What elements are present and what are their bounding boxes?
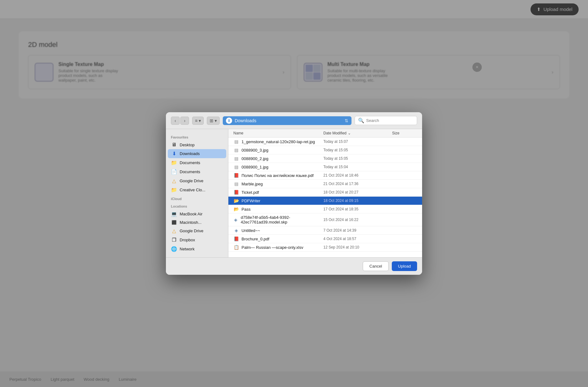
file-name-cell: 📋 Palm— Russian —scape-only.xlsv	[233, 245, 323, 250]
file-date: 21 Oct 2024 at 17:36	[323, 182, 392, 186]
file-date: Today at 15:05	[323, 148, 392, 152]
file-name: PDFWriter	[242, 199, 260, 203]
file-name: 0088900_2.jpg	[242, 156, 268, 161]
file-name: Ticket.pdf	[242, 190, 259, 195]
macintosh-icon: ⬛	[171, 220, 177, 225]
sidebar: Favourites 🖥 Desktop ⬇ Downloads 📁 Docum…	[166, 129, 228, 257]
documents2-icon: 📄	[171, 169, 177, 175]
file-type-icon: 📂	[233, 198, 239, 203]
file-name-cell: ▤ 1_gemstone_natural-120x280-lap-ret.jpg	[233, 139, 323, 144]
file-row[interactable]: ◈ d758e74f-a5b5-4ab4-9392-42ec7761ad39.m…	[228, 214, 422, 226]
sidebar-item-network[interactable]: 🌐 Network	[166, 244, 228, 254]
grid-view-button[interactable]: ⊞ ▾	[207, 117, 220, 125]
sidebar-label-macintosh: Macintosh...	[180, 220, 202, 225]
file-date: 12 Sep 2024 at 20:10	[323, 245, 392, 249]
sidebar-item-google-drive-loc[interactable]: △ Google Drive	[166, 226, 228, 235]
file-row[interactable]: 📕 Brochure_0.pdf 4 Oct 2024 at 18:57	[228, 235, 422, 243]
dialog-body: Favourites 🖥 Desktop ⬇ Downloads 📁 Docum…	[166, 129, 422, 257]
list-icon: ≡	[195, 118, 197, 123]
file-row[interactable]: 📋 Palm— Russian —scape-only.xlsv 12 Sep …	[228, 243, 422, 252]
downloads-icon: ⬇	[171, 151, 177, 157]
sidebar-item-creative-cloud[interactable]: 📁 Creative Clo...	[166, 185, 228, 194]
dropbox-icon: ❐	[171, 237, 177, 243]
file-name: Untitled~~	[242, 228, 260, 233]
sidebar-label-dropbox: Dropbox	[180, 238, 195, 242]
file-name: Pass	[242, 207, 251, 212]
file-row[interactable]: ▤ 0088900_3.jpg Today at 15:05	[228, 146, 422, 154]
sidebar-label-network: Network	[180, 247, 195, 251]
sidebar-label-google-drive-fav: Google Drive	[180, 178, 203, 183]
sidebar-label-google-drive-loc: Google Drive	[180, 229, 203, 233]
file-row[interactable]: ◈ Untitled~~ 7 Oct 2024 at 14:39	[228, 226, 422, 235]
file-row[interactable]: ▤ Marble.jpeg 21 Oct 2024 at 17:36	[228, 180, 422, 188]
file-row[interactable]: ▤ 1_gemstone_natural-120x280-lap-ret.jpg…	[228, 138, 422, 146]
sidebar-item-downloads[interactable]: ⬇ Downloads	[168, 149, 226, 158]
location-selector[interactable]: ⬇ Downloads ⇅	[223, 116, 351, 125]
sidebar-item-google-drive-fav[interactable]: △ Google Drive	[166, 176, 228, 185]
creative-cloud-icon: 📁	[171, 187, 177, 193]
file-type-icon: 📋	[233, 245, 239, 250]
file-name: 0088900_1.jpg	[242, 165, 268, 169]
forward-icon: ›	[184, 118, 186, 123]
sidebar-item-documents1[interactable]: 📁 Documents	[166, 158, 228, 167]
file-name: 0088900_3.jpg	[242, 148, 268, 153]
file-type-icon: ▤	[233, 181, 239, 186]
file-name-cell: ▤ 0088900_2.jpg	[233, 156, 323, 161]
file-type-icon: ▤	[233, 164, 239, 169]
sidebar-item-desktop[interactable]: 🖥 Desktop	[166, 140, 228, 149]
list-view-button[interactable]: ≡ ▾	[192, 117, 204, 125]
file-name-cell: 📕 Brochure_0.pdf	[233, 236, 323, 241]
file-date: 21 Oct 2024 at 18:46	[323, 173, 392, 178]
nav-back-button[interactable]: ‹	[171, 117, 180, 125]
sidebar-label-downloads: Downloads	[180, 151, 200, 156]
file-row[interactable]: 📂 PDFWriter 18 Oct 2024 at 09:15	[228, 197, 422, 205]
sidebar-item-macbook[interactable]: 💻 MacBook Air	[166, 209, 228, 219]
file-row[interactable]: ▤ 0088900_2.jpg Today at 15:05	[228, 154, 422, 163]
search-input[interactable]	[366, 118, 414, 123]
search-icon: 🔍	[358, 118, 364, 123]
file-date: 17 Oct 2024 at 18:35	[323, 207, 392, 211]
file-row[interactable]: ▤ 0088900_1.jpg Today at 15:04	[228, 163, 422, 171]
network-icon: 🌐	[171, 246, 177, 252]
file-name: Palm— Russian —scape-only.xlsv	[242, 245, 303, 250]
desktop-icon: 🖥	[171, 142, 177, 148]
upload-button[interactable]: Upload	[392, 261, 417, 271]
sidebar-item-documents2[interactable]: 📄 Documents	[166, 167, 228, 176]
sidebar-label-documents1: Documents	[180, 160, 200, 165]
sidebar-label-documents2: Documents	[180, 169, 200, 174]
col-name-header: Name	[233, 131, 323, 135]
file-type-icon: ▤	[233, 148, 239, 153]
nav-buttons: ‹ ›	[171, 117, 189, 125]
file-row[interactable]: 📂 Pass 17 Oct 2024 at 18:35	[228, 205, 422, 214]
file-name: Marble.jpeg	[242, 182, 263, 186]
favourites-label: Favourites	[166, 133, 228, 140]
nav-forward-button[interactable]: ›	[180, 117, 189, 125]
col-date-header: Date Modified ⌄	[323, 131, 392, 135]
file-type-icon: ◈	[233, 228, 239, 233]
file-name-cell: ◈ d758e74f-a5b5-4ab4-9392-42ec7761ad39.m…	[233, 215, 323, 224]
overlay: ‹ › ≡ ▾ ⊞ ▾ ⬇ Downloads	[0, 0, 588, 387]
file-name-cell: 📕 Ticket.pdf	[233, 190, 323, 195]
file-row[interactable]: 📕 Полис Полис на английском языке.pdf 21…	[228, 171, 422, 180]
file-type-icon: 📂	[233, 207, 239, 212]
file-list-header: Name Date Modified ⌄ Size	[228, 129, 422, 138]
file-type-icon: ▤	[233, 139, 239, 144]
file-date: Today at 15:05	[323, 156, 392, 161]
file-date: 18 Oct 2024 at 09:15	[323, 199, 392, 203]
search-box[interactable]: 🔍	[355, 116, 417, 125]
file-type-icon: ▤	[233, 156, 239, 161]
downloads-location-icon: ⬇	[226, 118, 232, 124]
col-size-header: Size	[392, 131, 417, 135]
file-type-icon: 📕	[233, 236, 239, 241]
file-name-cell: 📂 PDFWriter	[233, 198, 323, 203]
file-date: 18 Oct 2024 at 20:27	[323, 190, 392, 194]
google-drive-fav-icon: △	[171, 178, 177, 184]
cancel-button[interactable]: Cancel	[363, 261, 388, 271]
sidebar-label-creative-cloud: Creative Clo...	[180, 188, 205, 192]
file-row[interactable]: 📕 Ticket.pdf 18 Oct 2024 at 20:27	[228, 188, 422, 197]
file-name: Полис Полис на английском языке.pdf	[242, 173, 314, 178]
sidebar-item-dropbox[interactable]: ❐ Dropbox	[166, 235, 228, 244]
file-name-cell: ▤ Marble.jpeg	[233, 181, 323, 186]
sidebar-item-macintosh[interactable]: ⬛ Macintosh...	[166, 219, 228, 226]
file-name-cell: ◈ Untitled~~	[233, 228, 323, 233]
